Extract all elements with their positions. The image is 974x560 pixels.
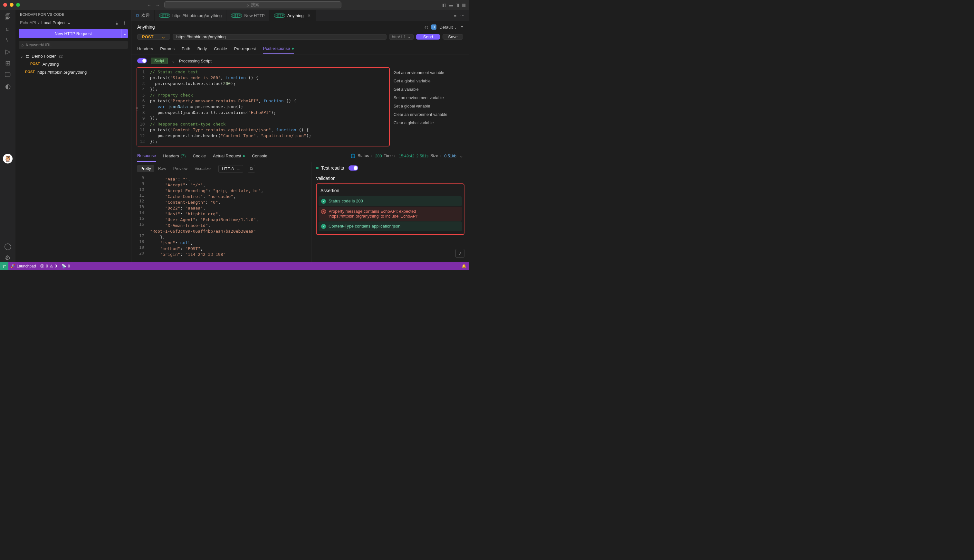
command-search[interactable]: ⌕ 搜索 xyxy=(164,1,341,8)
new-request-dropdown-icon[interactable]: ⌄ xyxy=(122,29,128,38)
snippet-item[interactable]: Set a global variable xyxy=(392,102,461,110)
globe-icon: 🌐 xyxy=(351,153,356,158)
test-results-toggle[interactable] xyxy=(349,165,358,170)
response-meta: 🌐 Status：200 Time：15:49:42 2.581s Size：0… xyxy=(351,153,463,159)
script-enable-toggle[interactable] xyxy=(137,58,147,63)
account-icon[interactable]: ◯ xyxy=(3,242,12,251)
request-item[interactable]: POSTAnything xyxy=(17,60,129,68)
request-tab-cookie[interactable]: Cookie xyxy=(214,43,227,54)
close-window[interactable] xyxy=(3,3,7,7)
snippet-item[interactable]: Clear an environment variable xyxy=(392,110,461,119)
launchpad-button[interactable]: 🚀 Launchpad xyxy=(10,264,36,268)
drag-handle-icon[interactable]: ⠿ xyxy=(135,107,139,112)
nav-back-icon[interactable]: ← xyxy=(145,3,153,7)
nav-forward-icon[interactable]: → xyxy=(154,3,161,7)
other-icon[interactable]: ◐ xyxy=(3,82,12,91)
search-icon[interactable]: ⌕ xyxy=(3,24,12,33)
response-tabs: Response Headers (7) Cookie Actual Reque… xyxy=(131,150,469,162)
method-select[interactable]: POST⌄ xyxy=(137,34,170,40)
request-tab-pre-request[interactable]: Pre-request xyxy=(234,43,256,54)
response-tab-console[interactable]: Console xyxy=(252,150,267,162)
view-raw[interactable]: Raw xyxy=(155,165,169,172)
tab-more-icon[interactable]: ⋯ xyxy=(460,13,464,18)
request-tabs: HeadersParamsPathBodyCookiePre-requestPo… xyxy=(131,42,469,54)
target-icon[interactable]: ◎ xyxy=(424,25,428,30)
request-header: Anything ◎ D Default ⌄ ≡ xyxy=(131,21,469,32)
window-controls xyxy=(3,3,20,7)
settings-icon[interactable]: ≡ xyxy=(461,25,463,30)
editor-tab[interactable]: ⧉欢迎 xyxy=(131,10,155,21)
source-control-icon[interactable]: ⑂ xyxy=(3,35,12,44)
maximize-window[interactable] xyxy=(16,3,20,7)
problems-button[interactable]: ⓧ 0 ⚠ 0 xyxy=(40,263,57,269)
script-toolbar: Script ⌄ Processing Script xyxy=(131,54,469,67)
editor-tab[interactable]: HTTPNew HTTP xyxy=(226,10,270,21)
titlebar: ← → ⌕ 搜索 ◧ ▬ ◨ ▦ xyxy=(0,0,469,10)
encoding-select[interactable]: UTF-8 xyxy=(218,165,243,173)
settings-gear-icon[interactable]: ⚙ xyxy=(3,253,12,262)
close-tab-icon[interactable]: ✕ xyxy=(307,13,311,18)
cloud-upload-icon[interactable]: ⭱ xyxy=(122,20,127,25)
project-breadcrumb[interactable]: EchoAPI / Local Project ⌄ ⭳ ⭱ xyxy=(15,19,131,28)
remote-indicator[interactable]: ⇄ xyxy=(0,262,8,270)
response-tab-actual[interactable]: Actual Request xyxy=(213,150,245,162)
panel-bottom-icon[interactable]: ▬ xyxy=(449,3,453,7)
panel-left-icon[interactable]: ◧ xyxy=(442,3,446,7)
request-tab-headers[interactable]: Headers xyxy=(137,43,153,54)
request-tab-body[interactable]: Body xyxy=(197,43,207,54)
editor-tab[interactable]: HTTPhttps://httpbin.org/anything xyxy=(155,10,226,21)
panel-right-icon[interactable]: ◨ xyxy=(455,3,459,7)
sidebar-search[interactable]: ⌕ Keyword/URL xyxy=(19,41,128,49)
script-editor[interactable]: 12345678910111213 // Status code testpm.… xyxy=(137,67,390,147)
script-badge: Script xyxy=(151,58,168,64)
run-debug-icon[interactable]: ▷ xyxy=(3,47,12,56)
response-tab-response[interactable]: Response xyxy=(137,150,156,162)
remote-icon[interactable]: 🖵 xyxy=(3,70,12,79)
cloud-download-icon[interactable]: ⭳ xyxy=(115,20,119,25)
script-dropdown-icon[interactable]: ⌄ xyxy=(172,58,175,63)
request-tab-params[interactable]: Params xyxy=(160,43,175,54)
view-pretty[interactable]: Pretty xyxy=(137,165,154,172)
snippet-item[interactable]: Get a variable xyxy=(392,85,461,94)
folder-row[interactable]: ⌄ 🗀 Demo Folder (1) xyxy=(17,52,129,60)
snippet-item[interactable]: Clear a global variable xyxy=(392,119,461,127)
new-http-request-button[interactable]: New HTTP Request ⌄ xyxy=(19,29,128,38)
extensions-icon[interactable]: ⊞ xyxy=(3,58,12,68)
request-item[interactable]: POSThttps://httpbin.org/anything xyxy=(17,68,129,76)
echoapi-icon[interactable]: 🦉 xyxy=(3,154,13,163)
snippet-list: Get an environment variableGet a global … xyxy=(390,67,464,147)
error-icon: ✕ xyxy=(321,209,326,214)
snippet-item[interactable]: Get an environment variable xyxy=(392,68,461,77)
protocol-select[interactable]: http/1.1⌄ xyxy=(389,34,414,40)
copy-response-icon[interactable]: ⧉ xyxy=(248,165,255,173)
modified-dot-icon xyxy=(292,48,294,50)
send-button[interactable]: Send xyxy=(416,34,440,40)
snippet-item[interactable]: Set an environment variable xyxy=(392,94,461,102)
tab-list-icon[interactable]: ≡ xyxy=(454,13,456,18)
request-tab-post-response[interactable]: Post-response xyxy=(263,43,294,54)
view-preview[interactable]: Preview xyxy=(170,165,190,172)
chevron-down-icon[interactable]: ⌄ xyxy=(459,153,463,158)
explorer-icon[interactable]: 🗐 xyxy=(3,12,12,21)
chevron-down-icon: ⌄ xyxy=(407,35,411,39)
response-body[interactable]: 891011121314151617181920 "Aaa": "", "Acc… xyxy=(131,175,311,262)
sidebar-more-icon[interactable]: ⋯ xyxy=(123,12,127,17)
save-button[interactable]: Save xyxy=(443,34,463,40)
validation-title: Validation xyxy=(316,176,464,181)
url-input[interactable]: https://httpbin.org/anything xyxy=(173,34,386,40)
layout-controls: ◧ ▬ ◨ ▦ xyxy=(442,3,466,7)
expand-panel-icon[interactable]: ⤢ xyxy=(455,249,464,258)
minimize-window[interactable] xyxy=(10,3,13,7)
notifications-icon[interactable]: 🔔 xyxy=(461,264,466,268)
response-tab-headers[interactable]: Headers (7) xyxy=(163,150,186,162)
view-visualize[interactable]: Visualize xyxy=(191,165,214,172)
layout-grid-icon[interactable]: ▦ xyxy=(462,3,466,7)
ports-button[interactable]: 📡 0 xyxy=(62,264,70,268)
editor-tab[interactable]: HTTPAnything✕ xyxy=(270,10,316,21)
env-select[interactable]: Default ⌄ xyxy=(439,25,458,30)
http-icon: HTTP xyxy=(231,13,242,18)
request-tab-path[interactable]: Path xyxy=(182,43,190,54)
request-tree: ⌄ 🗀 Demo Folder (1) POSTAnythingPOSThttp… xyxy=(15,52,131,77)
response-tab-cookie[interactable]: Cookie xyxy=(193,150,206,162)
snippet-item[interactable]: Get a global variable xyxy=(392,77,461,85)
